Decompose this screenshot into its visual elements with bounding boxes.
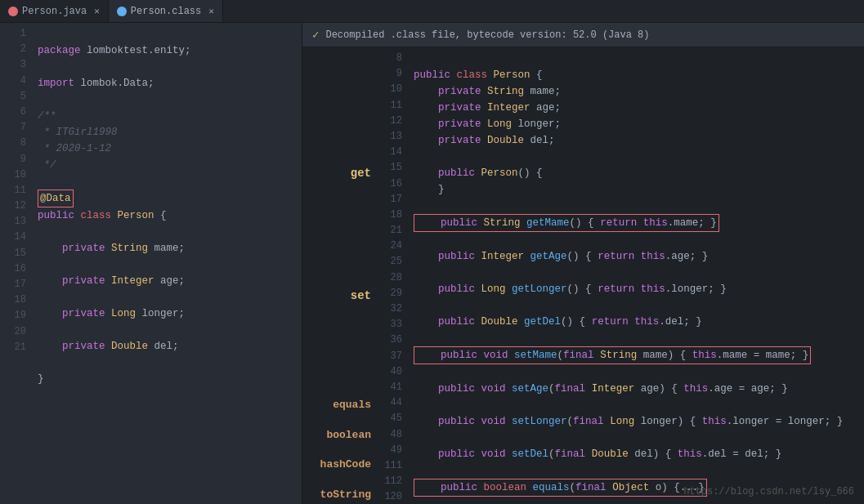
decompile-header-text: Decompiled .class file, bytecode version… xyxy=(325,29,649,41)
hashcode-label: hashCode xyxy=(302,457,376,474)
equals-label: equals xyxy=(302,397,376,414)
tab-label-java: Person.java xyxy=(22,6,87,17)
decompile-header: ✓ Decompiled .class file, bytecode versi… xyxy=(302,23,864,47)
left-code-area[interactable]: 1 2 3 4 5 6 7 8 9 10 11 12 13 14 15 16 1… xyxy=(0,23,302,407)
set-label: set xyxy=(302,287,376,305)
tab-person-class[interactable]: Person.class ✕ xyxy=(109,0,223,22)
check-icon: ✓ xyxy=(312,28,319,42)
tab-person-java[interactable]: Person.java ✕ xyxy=(0,0,109,22)
annotations-column: get set xyxy=(302,47,376,504)
class-file-icon xyxy=(117,7,127,16)
main-content: 1 2 3 4 5 6 7 8 9 10 11 12 13 14 15 16 1… xyxy=(0,23,864,504)
tab-label-class: Person.class xyxy=(131,6,201,17)
tab-bar: Person.java ✕ Person.class ✕ xyxy=(0,0,864,23)
tab-close-class[interactable]: ✕ xyxy=(208,6,214,16)
get-label: get xyxy=(302,164,376,182)
tostring-label: toString xyxy=(302,487,376,504)
right-code-lines: public class Person { private String mam… xyxy=(407,47,864,504)
left-line-numbers: 1 2 3 4 5 6 7 8 9 10 11 12 13 14 15 16 1… xyxy=(0,23,31,407)
right-panel: ✓ Decompiled .class file, bytecode versi… xyxy=(302,23,864,504)
watermark: https://blog.csdn.net/lsy_666 xyxy=(683,486,854,497)
boolean-label: boolean xyxy=(302,427,376,444)
tab-close-java[interactable]: ✕ xyxy=(94,6,100,16)
right-line-numbers: 8 9 10 11 12 13 14 15 16 17 18 21 24 25 … xyxy=(376,47,407,504)
left-code-lines: package lomboktest.enity; import lombok.… xyxy=(31,23,302,407)
right-code-area[interactable]: 8 9 10 11 12 13 14 15 16 17 18 21 24 25 … xyxy=(376,47,864,504)
left-panel: 1 2 3 4 5 6 7 8 9 10 11 12 13 14 15 16 1… xyxy=(0,23,302,504)
java-file-icon xyxy=(8,7,18,16)
